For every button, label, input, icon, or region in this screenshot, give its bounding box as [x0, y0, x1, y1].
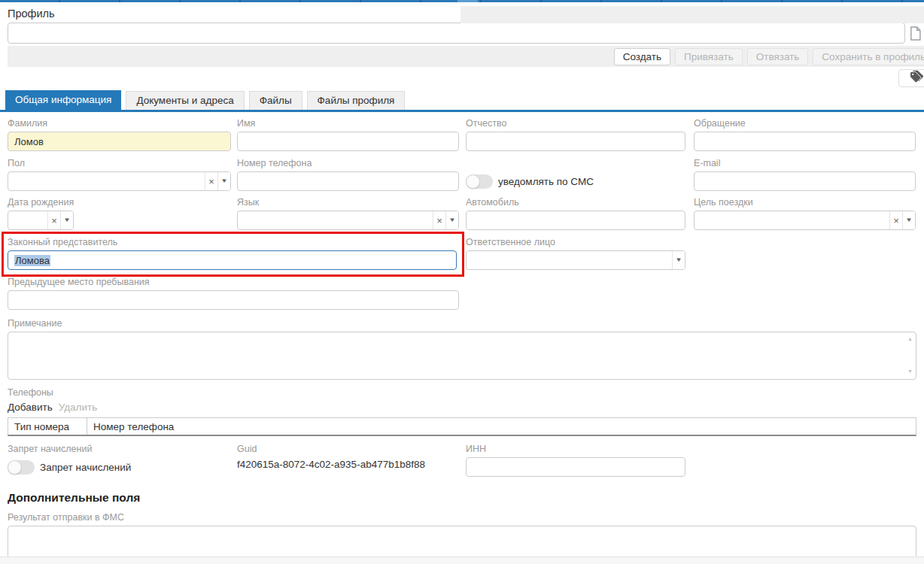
sms-notify-toggle[interactable] [466, 174, 493, 189]
phones-delete-button[interactable]: Удалить [59, 402, 98, 413]
gender-input[interactable] [8, 172, 205, 190]
no-charges-toggle[interactable] [8, 460, 35, 475]
responsible-person-label: Ответственное лицо [466, 237, 685, 249]
language-input[interactable] [238, 211, 433, 229]
blank-document-icon[interactable] [909, 26, 922, 41]
first-name-input[interactable] [237, 132, 459, 151]
birth-date-dropdown-button[interactable]: ▼ [60, 211, 73, 229]
phone-number-input[interactable] [237, 171, 459, 191]
phones-table-header: Тип номера Номер телефона [8, 417, 916, 436]
guid-label: Guid [237, 444, 459, 456]
language-clear-button[interactable]: × [433, 211, 445, 229]
sms-notify-label: уведомлять по СМС [498, 176, 594, 187]
field-last-name: Фамилия [8, 118, 231, 151]
middle-name-label: Отчество [466, 118, 685, 130]
clear-x-icon: × [208, 177, 214, 186]
trip-purpose-clear-button[interactable]: × [889, 211, 902, 229]
profile-input[interactable] [8, 23, 905, 44]
middle-name-input[interactable] [466, 132, 685, 151]
legal-representative-input[interactable]: Ломова [8, 250, 457, 270]
field-inn: ИНН [466, 444, 685, 477]
toggle-knob [466, 174, 480, 189]
email-label: E-mail [694, 158, 916, 170]
tab-bar: Общая информация Документы и адреса Файл… [0, 90, 924, 110]
clear-x-icon: × [51, 216, 57, 226]
note-textarea-wrap: ▲ ▼ [8, 332, 916, 380]
tab-documents-addresses[interactable]: Документы и адреса [126, 91, 244, 110]
no-charges-row: Запрет начислений [8, 457, 231, 477]
phones-actions: Добавить Удалить [8, 401, 916, 414]
phone-number-label: Номер телефона [237, 158, 459, 170]
chevron-down-icon: ▼ [448, 217, 456, 223]
chevron-down-icon: ▼ [675, 257, 682, 263]
tab-general-info[interactable]: Общая информация [5, 90, 121, 110]
form-row-3: Дата рождения × ▼ Язык × ▼ Автомобиль Це… [8, 197, 916, 230]
save-to-profile-button[interactable]: Сохранить в профиль [813, 48, 924, 65]
birth-date-input[interactable] [8, 211, 47, 229]
guid-value: f420615a-8072-4c02-a935-ab477b1b8f88 [237, 457, 459, 477]
field-no-charges: Запрет начислений Запрет начислений [8, 444, 231, 477]
gender-combobox[interactable]: × ▼ [8, 171, 231, 191]
responsible-person-dropdown-button[interactable]: ▼ [672, 251, 685, 269]
additional-fields-title: Дополнительные поля [8, 491, 916, 505]
gender-clear-button[interactable]: × [205, 172, 217, 190]
chevron-down-icon: ▼ [905, 217, 913, 223]
car-input[interactable] [466, 211, 685, 230]
responsible-person-input[interactable] [467, 251, 672, 269]
detach-button[interactable]: Отвязать [747, 48, 809, 65]
note-label: Примечание [8, 318, 916, 330]
previous-place-input[interactable] [8, 290, 459, 310]
profile-search-row [8, 23, 924, 44]
phones-section: Телефоны Добавить Удалить Тип номера Ном… [8, 387, 916, 436]
birth-date-combobox[interactable]: × ▼ [8, 211, 74, 230]
previous-place-label: Предыдущее место пребывания [8, 277, 459, 289]
birth-date-clear-button[interactable]: × [47, 211, 60, 229]
field-legal-representative: Законный представитель Ломова [8, 237, 457, 270]
last-name-input[interactable] [8, 132, 231, 151]
trip-purpose-combobox[interactable]: × ▼ [694, 211, 916, 230]
field-first-name: Имя [237, 118, 459, 151]
page-title: Профиль [8, 6, 924, 21]
legal-representative-label: Законный представитель [8, 237, 457, 249]
textarea-scroll-down-icon[interactable]: ▼ [907, 368, 913, 374]
field-guid: Guid f420615a-8072-4c02-a935-ab477b1b8f8… [237, 444, 459, 477]
attach-button[interactable]: Привязать [675, 48, 743, 65]
email-input[interactable] [694, 171, 916, 191]
field-responsible-person: Ответственное лицо ▼ [466, 237, 685, 270]
trip-purpose-dropdown-button[interactable]: ▼ [902, 211, 915, 229]
phones-add-button[interactable]: Добавить [8, 402, 53, 413]
tab-files[interactable]: Файлы [249, 91, 302, 110]
form-row-2: Пол × ▼ Номер телефона уведомлять по СМС… [8, 158, 916, 191]
no-charges-toggle-label: Запрет начислений [40, 462, 131, 473]
field-email: E-mail [694, 158, 916, 191]
tab-profile-files[interactable]: Файлы профиля [307, 91, 406, 110]
field-gender: Пол × ▼ [8, 158, 231, 191]
birth-date-label: Дата рождения [8, 197, 231, 209]
gender-dropdown-button[interactable]: ▼ [217, 172, 230, 190]
field-salutation: Обращение [694, 118, 916, 151]
salutation-input[interactable] [694, 132, 916, 151]
language-dropdown-button[interactable]: ▼ [445, 211, 458, 229]
note-textarea[interactable] [8, 332, 916, 380]
trip-purpose-label: Цель поездки [694, 197, 916, 209]
phones-column-type: Тип номера [8, 418, 87, 435]
tags-button[interactable] [898, 69, 924, 87]
chevron-down-icon: ▼ [220, 178, 228, 184]
inn-label: ИНН [466, 444, 685, 456]
inn-input[interactable] [466, 457, 685, 477]
field-previous-place: Предыдущее место пребывания [8, 277, 459, 310]
first-name-label: Имя [237, 118, 459, 130]
field-phone-number: Номер телефона [237, 158, 459, 191]
clear-x-icon: × [893, 216, 899, 226]
textarea-scroll-up-icon[interactable]: ▲ [907, 336, 913, 341]
language-combobox[interactable]: × ▼ [237, 211, 459, 230]
responsible-person-select[interactable]: ▼ [466, 250, 685, 270]
form-row-5: Предыдущее место пребывания [8, 277, 916, 310]
field-fms-result: Результат отправки в ФМС [8, 512, 916, 563]
create-button[interactable]: Создать [614, 48, 670, 65]
salutation-label: Обращение [694, 118, 916, 130]
field-car: Автомобиль [466, 197, 685, 230]
field-language: Язык × ▼ [237, 197, 459, 230]
trip-purpose-input[interactable] [695, 211, 889, 229]
form-row-1: Фамилия Имя Отчество Обращение [8, 118, 916, 151]
